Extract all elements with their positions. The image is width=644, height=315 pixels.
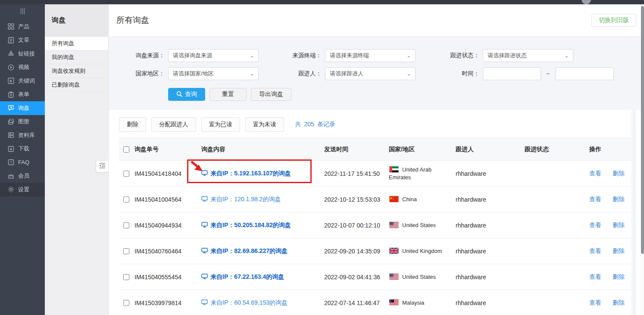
avatar[interactable]	[581, 0, 591, 4]
delete-link[interactable]: 删除	[613, 221, 625, 228]
delete-link[interactable]: 删除	[613, 196, 625, 203]
submenu-item[interactable]: 询盘收发规则	[45, 64, 108, 78]
delete-link[interactable]: 删除	[613, 247, 625, 254]
chevron-down-icon: ⌄	[565, 53, 569, 59]
chevron-down-icon: ⌄	[407, 71, 411, 77]
vertical-scrollbar[interactable]	[641, 4, 644, 315]
sidebar-item-members[interactable]: 会员	[0, 169, 45, 183]
follower: rhhardware	[456, 222, 525, 229]
row-checkbox[interactable]	[123, 300, 129, 306]
submenu-item[interactable]: 所有询盘	[45, 37, 108, 50]
delete-link[interactable]: 删除	[613, 273, 625, 280]
column-header-follow-status: 跟进状态	[525, 146, 589, 153]
panel-collapse-button[interactable]	[96, 160, 109, 172]
sidebar-item-settings[interactable]: 设置	[0, 183, 45, 196]
row-checkbox[interactable]	[123, 222, 129, 228]
inquiry-id: IM415041418404	[134, 170, 201, 177]
sidebar-item-shortlinks[interactable]: 短链接	[0, 47, 45, 61]
source-terminal-select[interactable]: 请选择来源终端 ⌄	[325, 49, 416, 62]
table-row: IM415039979814 来自IP：60.54.69.153的询盘 2022…	[119, 290, 636, 315]
time-start-input[interactable]	[483, 67, 541, 80]
download-icon	[7, 145, 14, 152]
follower-select[interactable]: 请选择跟进人 ⌄	[325, 67, 416, 80]
mark-read-button[interactable]: 置为已读	[201, 117, 240, 132]
date-range-separator: ~	[546, 70, 550, 77]
export-inquiries-button[interactable]: 导出询盘	[251, 88, 291, 101]
follower: rhhardware	[456, 274, 525, 281]
sidebar-item-video[interactable]: 视频	[0, 61, 45, 75]
sidebar-item-label: 文章	[18, 36, 29, 44]
select-all-checkbox[interactable]	[123, 147, 129, 153]
column-header-content: 询盘内容	[201, 146, 324, 153]
inquiry-source-select[interactable]: 请选择询盘来源 ⌄	[168, 49, 259, 62]
view-link[interactable]: 查看	[589, 221, 601, 228]
sidebar-item-articles[interactable]: 文章	[0, 34, 45, 47]
top-bar	[0, 0, 644, 4]
country-region-select[interactable]: 请选择国家/地区 ⌄	[168, 67, 259, 80]
switch-to-old-version-button[interactable]: 切换到旧版	[591, 14, 636, 27]
inquiry-id: IM415041004564	[134, 196, 201, 203]
time-end-input[interactable]	[556, 67, 614, 80]
view-link[interactable]: 查看	[589, 170, 601, 177]
follow-status-label: 跟进状态：	[436, 52, 479, 59]
link-icon	[7, 50, 14, 57]
inquiries-table: 询盘单号 询盘内容 发送时间 国家/地区 跟进人 跟进状态 操作 IM41504…	[119, 138, 636, 315]
view-link[interactable]: 查看	[589, 247, 601, 254]
content-right-gutter	[631, 37, 636, 315]
view-link[interactable]: 查看	[589, 273, 601, 280]
assign-follower-button[interactable]: 分配跟进人	[151, 117, 196, 132]
inquiry-content-link[interactable]: 来自IP：5.192.163.107的询盘	[201, 170, 291, 178]
view-link[interactable]: 查看	[589, 299, 601, 306]
sidebar-item-albums[interactable]: 图册	[0, 115, 45, 129]
sidebar-item-label: 会员	[18, 172, 29, 180]
page-title: 所有询盘	[116, 15, 149, 26]
sidebar-item-label: 下载	[18, 145, 29, 153]
sidebar-item-library[interactable]: 资料库	[0, 128, 45, 142]
monitor-icon	[201, 222, 208, 229]
country-name: United States	[402, 274, 436, 280]
delete-link[interactable]: 删除	[613, 170, 625, 177]
submenu-item[interactable]: 我的询盘	[45, 50, 108, 64]
row-checkbox[interactable]	[123, 274, 129, 280]
sidebar-item-label: 短链接	[18, 50, 35, 58]
scrollbar-thumb[interactable]	[641, 6, 644, 254]
view-link[interactable]: 查看	[589, 196, 601, 203]
country-name: United Kingdom	[402, 248, 442, 254]
mark-unread-button[interactable]: 置为未读	[245, 117, 284, 132]
chat-icon: ¥	[7, 105, 14, 112]
table-row: IM415040555454 来自IP：67.22.163.4的询盘 2022-…	[119, 264, 636, 290]
gear-icon	[7, 186, 14, 193]
reset-button[interactable]: 重置	[209, 88, 247, 101]
sidebar-item-forms[interactable]: 表单	[0, 88, 45, 102]
chevron-down-icon: ⌄	[407, 53, 411, 59]
sidebar-item-downloads[interactable]: 下载	[0, 142, 45, 156]
sidebar-item-faq[interactable]: ? FAQ	[0, 156, 45, 169]
delete-link[interactable]: 删除	[613, 299, 625, 306]
sidebar-collapse-handle[interactable]	[0, 4, 45, 20]
inquiry-content-link[interactable]: 来自IP：60.54.69.153的询盘	[201, 299, 288, 307]
submenu-item[interactable]: 已删除询盘	[45, 78, 108, 92]
sidebar-item-keywords[interactable]: K 关键词	[0, 74, 45, 88]
follow-status-select[interactable]: 请选择跟进状态 ⌄	[483, 49, 573, 62]
sent-time: 2022-07-14 11:46:47	[324, 299, 389, 306]
column-header-inquiry-id: 询盘单号	[134, 146, 201, 153]
inquiry-content-link[interactable]: 来自IP：50.205.184.82的询盘	[201, 221, 291, 229]
record-count: 205	[304, 121, 314, 128]
sidebar-item-products[interactable]: 产品	[0, 20, 45, 34]
sidebar-item-inquiry[interactable]: ¥ 询盘	[0, 101, 45, 115]
inquiry-content-link[interactable]: 来自IP：67.22.163.4的询盘	[201, 273, 284, 281]
outdent-icon	[99, 162, 106, 170]
album-icon	[7, 118, 14, 125]
sidebar-item-label: 关键词	[18, 77, 35, 85]
inquiry-content-link[interactable]: 来自IP：82.69.86.227的询盘	[201, 247, 288, 255]
row-checkbox[interactable]	[123, 196, 129, 203]
search-icon	[176, 91, 182, 98]
inquiry-id: IM415039979814	[134, 299, 201, 306]
delete-button[interactable]: 删除	[119, 117, 146, 132]
row-checkbox[interactable]	[123, 248, 129, 254]
search-button[interactable]: 查询	[168, 88, 205, 101]
chevron-down-icon: ⌄	[250, 71, 254, 77]
inquiry-content-link[interactable]: 来自IP：120.1.98.2的询盘	[201, 196, 281, 203]
svg-text:¥: ¥	[10, 106, 12, 109]
row-checkbox[interactable]	[123, 171, 129, 177]
